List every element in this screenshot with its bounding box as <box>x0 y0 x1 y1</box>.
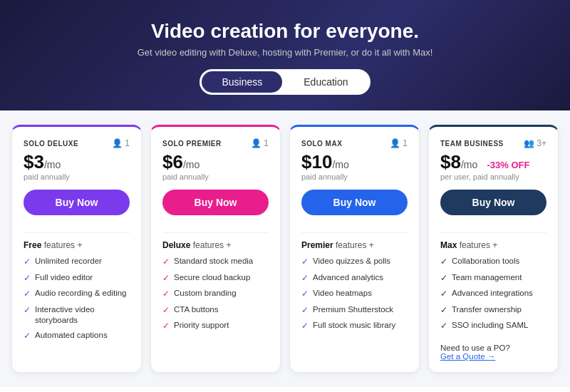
check-icon: ✓ <box>301 289 309 300</box>
check-icon: ✓ <box>440 289 447 300</box>
plan-name-max: SOLO MAX <box>301 140 342 148</box>
feature-premier-1: ✓ Secure cloud backup <box>162 272 269 284</box>
check-icon: ✓ <box>440 257 447 268</box>
education-toggle-btn[interactable]: Education <box>284 71 368 93</box>
check-icon: ✓ <box>301 273 309 284</box>
plan-billing-max: paid annually <box>301 172 408 181</box>
plan-icon-max: 👤 1 <box>390 138 408 148</box>
feature-business-3: ✓ Transfer ownership <box>440 304 546 316</box>
plan-name-premier: SOLO PREMIER <box>162 140 222 148</box>
plan-type-toggle: Business Education <box>200 69 370 95</box>
buy-btn-premier[interactable]: Buy Now <box>162 190 269 215</box>
check-icon: ✓ <box>301 257 309 268</box>
feature-deluxe-0: ✓ Unlimited recorder <box>24 256 130 268</box>
page-header: Video creation for everyone. Get video e… <box>0 0 570 110</box>
feature-premier-0: ✓ Standard stock media <box>162 256 269 268</box>
features-label-premier: Deluxe features + <box>162 240 269 250</box>
buy-btn-max[interactable]: Buy Now <box>301 190 408 215</box>
po-section: Need to use a PO? Get a Quote → <box>440 344 546 361</box>
plan-icon-deluxe: 👤 1 <box>112 138 130 148</box>
features-label-max: Premier features + <box>301 240 408 250</box>
feature-premier-2: ✓ Custom branding <box>162 288 269 300</box>
check-icon: ✓ <box>24 257 31 268</box>
feature-deluxe-3: ✓ Interactive video storyboards <box>24 304 130 326</box>
feature-max-4: ✓ Full stock music library <box>301 320 408 332</box>
features-label-deluxe: Free features + <box>24 240 130 250</box>
plan-price-premier: $6/mo <box>162 153 269 171</box>
plan-billing-deluxe: paid annually <box>24 172 130 181</box>
business-toggle-btn[interactable]: Business <box>202 71 282 93</box>
feature-business-4: ✓ SSO including SAML <box>440 320 546 332</box>
plan-card-business: TEAM BUSINESS 👥 3+ $8/mo -33% OFF per us… <box>428 125 559 373</box>
plan-card-premier: SOLO PREMIER 👤 1 $6/mo paid annually Buy… <box>150 125 281 373</box>
check-icon: ✓ <box>162 305 170 316</box>
feature-max-0: ✓ Video quizzes & polls <box>301 256 408 268</box>
plan-icon-premier: 👤 1 <box>251 138 269 148</box>
buy-btn-business[interactable]: Buy Now <box>440 190 546 215</box>
plan-discount-badge: -33% OFF <box>487 160 530 170</box>
plan-header-premier: SOLO PREMIER 👤 1 <box>162 138 269 148</box>
check-icon: ✓ <box>301 305 309 316</box>
check-icon: ✓ <box>24 273 31 284</box>
buy-btn-deluxe[interactable]: Buy Now <box>24 190 130 215</box>
feature-premier-4: ✓ Priority support <box>162 320 269 332</box>
check-icon: ✓ <box>440 273 447 284</box>
check-icon: ✓ <box>162 257 170 268</box>
get-a-quote-link[interactable]: Get a Quote → <box>440 352 495 361</box>
features-label-business: Max features + <box>440 240 546 250</box>
page-title: Video creation for everyone. <box>28 20 542 43</box>
check-icon: ✓ <box>440 321 447 332</box>
check-icon: ✓ <box>162 321 170 332</box>
check-icon: ✓ <box>24 289 31 300</box>
page-subtitle: Get video editing with Deluxe, hosting w… <box>28 47 542 58</box>
po-text: Need to use a PO? <box>440 344 510 352</box>
plan-name-deluxe: SOLO DELUXE <box>24 140 78 148</box>
feature-business-2: ✓ Advanced integrations <box>440 288 546 300</box>
feature-max-1: ✓ Advanced analytics <box>301 272 408 284</box>
feature-max-2: ✓ Video heatmaps <box>301 288 408 300</box>
plan-card-deluxe: SOLO DELUXE 👤 1 $3/mo paid annually Buy … <box>11 125 142 373</box>
check-icon: ✓ <box>162 273 170 284</box>
check-icon: ✓ <box>24 305 31 316</box>
check-icon: ✓ <box>301 321 309 332</box>
plans-container: SOLO DELUXE 👤 1 $3/mo paid annually Buy … <box>0 110 570 387</box>
feature-max-3: ✓ Premium Shutterstock <box>301 304 408 316</box>
plan-billing-premier: paid annually <box>162 172 269 181</box>
plan-price-business: $8/mo -33% OFF <box>440 153 546 171</box>
check-icon: ✓ <box>440 305 447 316</box>
check-icon: ✓ <box>162 289 170 300</box>
plan-price-max: $10/mo <box>301 153 408 171</box>
plan-card-max: SOLO MAX 👤 1 $10/mo paid annually Buy No… <box>289 125 420 373</box>
plan-header-business: TEAM BUSINESS 👥 3+ <box>440 138 546 148</box>
plan-billing-business: per user, paid annually <box>440 172 546 181</box>
plan-name-business: TEAM BUSINESS <box>440 140 504 148</box>
feature-deluxe-4: ✓ Automated captions <box>24 330 130 342</box>
plan-price-deluxe: $3/mo <box>24 153 130 171</box>
feature-premier-3: ✓ CTA buttons <box>162 304 269 316</box>
check-icon: ✓ <box>24 331 31 342</box>
plan-header-max: SOLO MAX 👤 1 <box>301 138 408 148</box>
plan-header-deluxe: SOLO DELUXE 👤 1 <box>24 138 130 148</box>
feature-business-0: ✓ Collaboration tools <box>440 256 546 268</box>
feature-business-1: ✓ Team management <box>440 272 546 284</box>
feature-deluxe-1: ✓ Full video editor <box>24 272 130 284</box>
plan-icon-business: 👥 3+ <box>524 138 546 148</box>
feature-deluxe-2: ✓ Audio recording & editing <box>24 288 130 300</box>
